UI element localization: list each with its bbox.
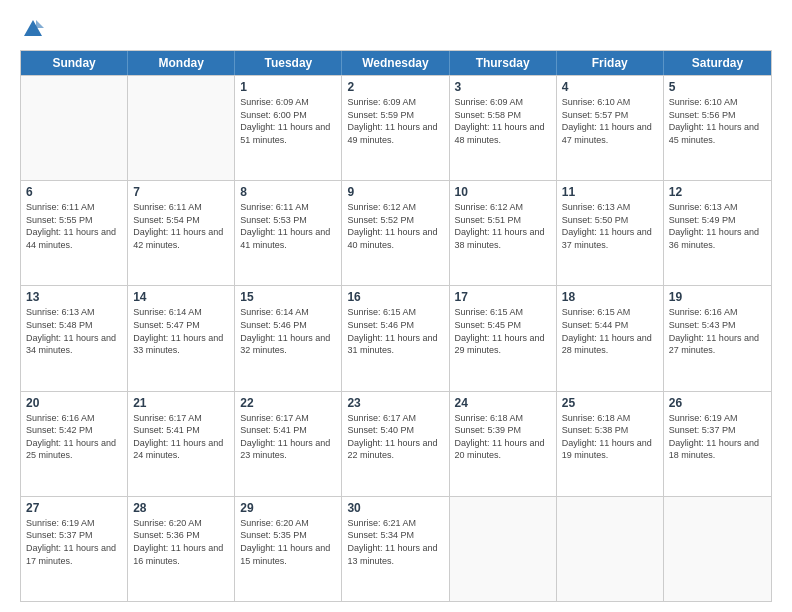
- day-number: 18: [562, 290, 658, 304]
- calendar-row: 20Sunrise: 6:16 AMSunset: 5:42 PMDayligh…: [21, 391, 771, 496]
- day-info: Sunrise: 6:20 AMSunset: 5:35 PMDaylight:…: [240, 517, 336, 567]
- day-number: 21: [133, 396, 229, 410]
- calendar-cell: 1Sunrise: 6:09 AMSunset: 6:00 PMDaylight…: [235, 76, 342, 180]
- day-number: 15: [240, 290, 336, 304]
- calendar-row: 27Sunrise: 6:19 AMSunset: 5:37 PMDayligh…: [21, 496, 771, 601]
- calendar-cell: 24Sunrise: 6:18 AMSunset: 5:39 PMDayligh…: [450, 392, 557, 496]
- day-info: Sunrise: 6:16 AMSunset: 5:43 PMDaylight:…: [669, 306, 766, 356]
- calendar-cell: 10Sunrise: 6:12 AMSunset: 5:51 PMDayligh…: [450, 181, 557, 285]
- calendar-cell: 30Sunrise: 6:21 AMSunset: 5:34 PMDayligh…: [342, 497, 449, 601]
- calendar-cell: [557, 497, 664, 601]
- day-number: 27: [26, 501, 122, 515]
- page-header: [20, 18, 772, 40]
- calendar-cell: 19Sunrise: 6:16 AMSunset: 5:43 PMDayligh…: [664, 286, 771, 390]
- day-info: Sunrise: 6:10 AMSunset: 5:57 PMDaylight:…: [562, 96, 658, 146]
- day-number: 28: [133, 501, 229, 515]
- day-info: Sunrise: 6:19 AMSunset: 5:37 PMDaylight:…: [669, 412, 766, 462]
- day-number: 8: [240, 185, 336, 199]
- day-number: 19: [669, 290, 766, 304]
- day-number: 30: [347, 501, 443, 515]
- day-info: Sunrise: 6:17 AMSunset: 5:41 PMDaylight:…: [240, 412, 336, 462]
- calendar-row: 13Sunrise: 6:13 AMSunset: 5:48 PMDayligh…: [21, 285, 771, 390]
- logo: [20, 18, 44, 40]
- day-number: 5: [669, 80, 766, 94]
- weekday-header: Tuesday: [235, 51, 342, 75]
- day-info: Sunrise: 6:16 AMSunset: 5:42 PMDaylight:…: [26, 412, 122, 462]
- day-number: 4: [562, 80, 658, 94]
- day-number: 11: [562, 185, 658, 199]
- calendar-cell: [450, 497, 557, 601]
- day-info: Sunrise: 6:09 AMSunset: 5:59 PMDaylight:…: [347, 96, 443, 146]
- calendar-cell: 12Sunrise: 6:13 AMSunset: 5:49 PMDayligh…: [664, 181, 771, 285]
- day-number: 2: [347, 80, 443, 94]
- calendar-cell: 27Sunrise: 6:19 AMSunset: 5:37 PMDayligh…: [21, 497, 128, 601]
- weekday-header: Sunday: [21, 51, 128, 75]
- day-number: 7: [133, 185, 229, 199]
- weekday-header: Thursday: [450, 51, 557, 75]
- calendar-cell: [21, 76, 128, 180]
- day-info: Sunrise: 6:21 AMSunset: 5:34 PMDaylight:…: [347, 517, 443, 567]
- day-info: Sunrise: 6:13 AMSunset: 5:48 PMDaylight:…: [26, 306, 122, 356]
- day-info: Sunrise: 6:11 AMSunset: 5:54 PMDaylight:…: [133, 201, 229, 251]
- calendar-row: 1Sunrise: 6:09 AMSunset: 6:00 PMDaylight…: [21, 75, 771, 180]
- day-info: Sunrise: 6:19 AMSunset: 5:37 PMDaylight:…: [26, 517, 122, 567]
- day-number: 24: [455, 396, 551, 410]
- calendar-cell: 9Sunrise: 6:12 AMSunset: 5:52 PMDaylight…: [342, 181, 449, 285]
- calendar-cell: 3Sunrise: 6:09 AMSunset: 5:58 PMDaylight…: [450, 76, 557, 180]
- calendar-header: SundayMondayTuesdayWednesdayThursdayFrid…: [21, 51, 771, 75]
- day-info: Sunrise: 6:18 AMSunset: 5:38 PMDaylight:…: [562, 412, 658, 462]
- day-number: 26: [669, 396, 766, 410]
- calendar-cell: 8Sunrise: 6:11 AMSunset: 5:53 PMDaylight…: [235, 181, 342, 285]
- day-number: 16: [347, 290, 443, 304]
- day-info: Sunrise: 6:18 AMSunset: 5:39 PMDaylight:…: [455, 412, 551, 462]
- weekday-header: Wednesday: [342, 51, 449, 75]
- calendar-cell: [128, 76, 235, 180]
- calendar-cell: 23Sunrise: 6:17 AMSunset: 5:40 PMDayligh…: [342, 392, 449, 496]
- day-number: 13: [26, 290, 122, 304]
- calendar-cell: 25Sunrise: 6:18 AMSunset: 5:38 PMDayligh…: [557, 392, 664, 496]
- calendar-body: 1Sunrise: 6:09 AMSunset: 6:00 PMDaylight…: [21, 75, 771, 601]
- day-info: Sunrise: 6:09 AMSunset: 5:58 PMDaylight:…: [455, 96, 551, 146]
- calendar-cell: 29Sunrise: 6:20 AMSunset: 5:35 PMDayligh…: [235, 497, 342, 601]
- calendar-cell: 18Sunrise: 6:15 AMSunset: 5:44 PMDayligh…: [557, 286, 664, 390]
- calendar-cell: 13Sunrise: 6:13 AMSunset: 5:48 PMDayligh…: [21, 286, 128, 390]
- day-info: Sunrise: 6:09 AMSunset: 6:00 PMDaylight:…: [240, 96, 336, 146]
- calendar: SundayMondayTuesdayWednesdayThursdayFrid…: [20, 50, 772, 602]
- day-number: 14: [133, 290, 229, 304]
- calendar-cell: 21Sunrise: 6:17 AMSunset: 5:41 PMDayligh…: [128, 392, 235, 496]
- day-info: Sunrise: 6:13 AMSunset: 5:49 PMDaylight:…: [669, 201, 766, 251]
- day-info: Sunrise: 6:13 AMSunset: 5:50 PMDaylight:…: [562, 201, 658, 251]
- calendar-cell: 5Sunrise: 6:10 AMSunset: 5:56 PMDaylight…: [664, 76, 771, 180]
- day-info: Sunrise: 6:15 AMSunset: 5:44 PMDaylight:…: [562, 306, 658, 356]
- calendar-cell: [664, 497, 771, 601]
- day-number: 25: [562, 396, 658, 410]
- calendar-cell: 22Sunrise: 6:17 AMSunset: 5:41 PMDayligh…: [235, 392, 342, 496]
- day-info: Sunrise: 6:14 AMSunset: 5:46 PMDaylight:…: [240, 306, 336, 356]
- day-number: 22: [240, 396, 336, 410]
- day-info: Sunrise: 6:14 AMSunset: 5:47 PMDaylight:…: [133, 306, 229, 356]
- calendar-cell: 15Sunrise: 6:14 AMSunset: 5:46 PMDayligh…: [235, 286, 342, 390]
- day-info: Sunrise: 6:12 AMSunset: 5:51 PMDaylight:…: [455, 201, 551, 251]
- day-number: 12: [669, 185, 766, 199]
- day-number: 3: [455, 80, 551, 94]
- calendar-cell: 28Sunrise: 6:20 AMSunset: 5:36 PMDayligh…: [128, 497, 235, 601]
- calendar-cell: 2Sunrise: 6:09 AMSunset: 5:59 PMDaylight…: [342, 76, 449, 180]
- logo-icon: [22, 18, 44, 40]
- weekday-header: Friday: [557, 51, 664, 75]
- day-info: Sunrise: 6:15 AMSunset: 5:46 PMDaylight:…: [347, 306, 443, 356]
- day-number: 10: [455, 185, 551, 199]
- calendar-cell: 16Sunrise: 6:15 AMSunset: 5:46 PMDayligh…: [342, 286, 449, 390]
- svg-marker-1: [36, 20, 44, 28]
- day-info: Sunrise: 6:11 AMSunset: 5:55 PMDaylight:…: [26, 201, 122, 251]
- day-number: 6: [26, 185, 122, 199]
- day-number: 9: [347, 185, 443, 199]
- calendar-cell: 6Sunrise: 6:11 AMSunset: 5:55 PMDaylight…: [21, 181, 128, 285]
- calendar-row: 6Sunrise: 6:11 AMSunset: 5:55 PMDaylight…: [21, 180, 771, 285]
- day-info: Sunrise: 6:11 AMSunset: 5:53 PMDaylight:…: [240, 201, 336, 251]
- day-info: Sunrise: 6:12 AMSunset: 5:52 PMDaylight:…: [347, 201, 443, 251]
- weekday-header: Saturday: [664, 51, 771, 75]
- day-number: 17: [455, 290, 551, 304]
- calendar-cell: 14Sunrise: 6:14 AMSunset: 5:47 PMDayligh…: [128, 286, 235, 390]
- calendar-cell: 26Sunrise: 6:19 AMSunset: 5:37 PMDayligh…: [664, 392, 771, 496]
- day-number: 23: [347, 396, 443, 410]
